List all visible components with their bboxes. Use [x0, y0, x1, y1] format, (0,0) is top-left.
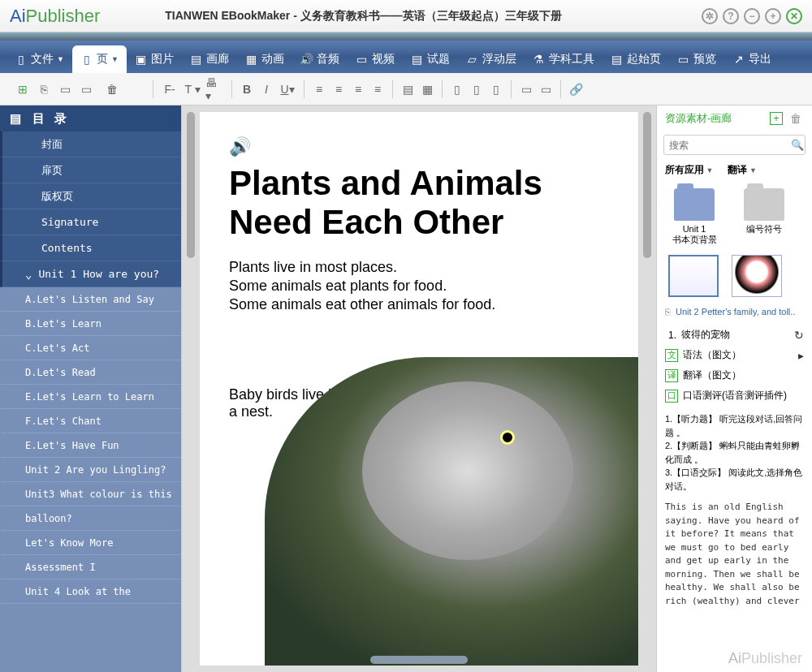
- close-icon[interactable]: ✕: [786, 8, 802, 24]
- filter-app[interactable]: 所有应用: [665, 163, 713, 177]
- col2-icon[interactable]: ▯: [469, 81, 485, 97]
- list-icon[interactable]: ▤: [400, 81, 416, 97]
- paste-icon[interactable]: ▭: [57, 81, 73, 97]
- copy-icon[interactable]: ⎘: [665, 307, 671, 317]
- align-right-icon[interactable]: ≡: [350, 81, 366, 97]
- canvas: 🔊 Plants and AnimalsNeed Each Other Plan…: [182, 106, 656, 672]
- ribbon-tab-page[interactable]: ▯页▼: [72, 45, 127, 73]
- vscroll-left[interactable]: [185, 109, 197, 669]
- toc-item[interactable]: B.Let's Learn: [0, 312, 181, 336]
- align-left-icon[interactable]: ≡: [311, 81, 327, 97]
- ribbon-tab-video[interactable]: ▭视频: [348, 45, 403, 73]
- grid-icon[interactable]: ▦: [419, 81, 435, 97]
- preview-icon: ▭: [677, 53, 690, 66]
- resource-row[interactable]: 口口语测评(语音测评插件): [665, 386, 804, 406]
- copy-icon[interactable]: ⎘: [36, 81, 52, 97]
- thumb-1[interactable]: [668, 255, 719, 297]
- print-icon[interactable]: 🖶 ▾: [205, 81, 225, 97]
- home-icon: ▤: [611, 53, 624, 66]
- toc-item[interactable]: 版权页: [0, 183, 181, 209]
- filter-translate[interactable]: 翻译: [728, 163, 756, 177]
- toc-item[interactable]: Contents: [0, 235, 181, 261]
- toc-item[interactable]: F.Let's Chant: [0, 409, 181, 433]
- search-input[interactable]: [669, 140, 791, 151]
- toc-item[interactable]: balloon?: [0, 506, 181, 531]
- english-text: This is an old English saying. Have you …: [657, 498, 812, 611]
- font-dec-icon[interactable]: F-: [160, 81, 179, 97]
- page-icon: ▯: [80, 53, 93, 66]
- quiz-icon: ▤: [411, 53, 424, 66]
- help-icon[interactable]: ?: [723, 8, 739, 24]
- page-text: Some animals eat plants for food.: [229, 278, 609, 295]
- ribbon-tab-export[interactable]: ↗导出: [724, 45, 780, 73]
- export-icon: ↗: [732, 53, 745, 66]
- underline-icon[interactable]: U ▾: [278, 81, 297, 97]
- minimize-icon[interactable]: −: [744, 8, 760, 24]
- question-text: 1.【听力题】 听完这段对话,回答问题 。 2.【判断题】 蝌蚪只能由青蛙卵孵化…: [657, 407, 812, 498]
- ribbon-tab-preview[interactable]: ▭预览: [669, 45, 724, 73]
- ribbon-tab-float[interactable]: ▱浮动层: [458, 45, 525, 73]
- trash-icon[interactable]: 🗑: [104, 81, 120, 97]
- ribbon-tab-quiz[interactable]: ▤试题: [403, 45, 458, 73]
- italic-icon[interactable]: I: [258, 81, 274, 97]
- hscroll[interactable]: [370, 656, 468, 664]
- link-icon[interactable]: 🔗: [568, 81, 584, 97]
- audio-icon[interactable]: 🔊: [229, 136, 609, 157]
- toc-tree[interactable]: 封面扉页版权页SignatureContentsUnit 1 How are y…: [0, 131, 181, 672]
- ribbon-tab-file[interactable]: ▯文件▼: [6, 45, 72, 73]
- toc-item[interactable]: Assessment I: [0, 555, 181, 579]
- add-resource-icon[interactable]: +: [770, 112, 783, 125]
- ribbon-tab-gallery[interactable]: ▤画廊: [182, 45, 237, 73]
- toc-item[interactable]: Unit 1 How are you?: [0, 261, 181, 287]
- align-justify-icon[interactable]: ≡: [369, 81, 386, 97]
- layout-icon[interactable]: ▭: [518, 81, 534, 97]
- toc-item[interactable]: A.Let's Listen and Say: [0, 287, 181, 312]
- anim-icon: ▦: [245, 53, 258, 66]
- ribbon-tab-image[interactable]: ▣图片: [127, 45, 182, 73]
- align-center-icon[interactable]: ≡: [330, 81, 347, 97]
- toc-item[interactable]: Unit3 What colour is this: [0, 482, 181, 506]
- page-text: Some animals eat other animals for food.: [229, 296, 609, 313]
- toc-item[interactable]: Signature: [0, 209, 181, 235]
- toc-item[interactable]: Let's Know More: [0, 531, 181, 555]
- toc-item[interactable]: E.Let's Have Fun: [0, 433, 181, 458]
- gallery-icon: ▤: [190, 53, 203, 66]
- font-type-icon[interactable]: T ▾: [183, 81, 202, 97]
- format-toolbar: ⊞ ⎘ ▭ ▭ 🗑 F- T ▾ 🖶 ▾ B I U ▾ ≡ ≡ ≡ ≡ ▤ ▦…: [0, 73, 812, 106]
- ribbon-tab-anim[interactable]: ▦动画: [237, 45, 292, 73]
- resource-row[interactable]: 译翻译（图文）: [665, 365, 804, 386]
- folder-icon: [674, 188, 715, 221]
- resource-row[interactable]: 1.彼得的宠物↻: [665, 325, 804, 345]
- toc-item[interactable]: Unit 2 Are you Lingling?: [0, 458, 181, 482]
- toc-item[interactable]: C.Let's Act: [0, 336, 181, 360]
- folder-unit1[interactable]: Unit 1书本页背景: [668, 188, 720, 245]
- settings-icon[interactable]: ✲: [702, 8, 718, 24]
- ribbon-tab-tool[interactable]: ⚗学科工具: [525, 45, 603, 73]
- search-icon[interactable]: 🔍: [791, 139, 804, 151]
- maximize-icon[interactable]: +: [765, 8, 781, 24]
- resource-row[interactable]: 文语法（图文）▸: [665, 345, 804, 365]
- toc-item[interactable]: 扉页: [0, 157, 181, 183]
- resource-panel: 资源素材-画廊 + 🗑 🔍 所有应用 翻译 Unit 1书本页背景 编号符号: [656, 106, 812, 672]
- toc-item[interactable]: 封面: [0, 131, 181, 157]
- vscroll-right[interactable]: [641, 109, 653, 669]
- ribbon-tab-home[interactable]: ▤起始页: [603, 45, 669, 73]
- toc-item[interactable]: D.Let's Read: [0, 360, 181, 385]
- clip-icon[interactable]: ▭: [78, 81, 94, 97]
- col1-icon[interactable]: ▯: [449, 81, 465, 97]
- add-icon[interactable]: ⊞: [15, 81, 31, 97]
- thumb-2[interactable]: [732, 255, 782, 297]
- delete-resource-icon[interactable]: 🗑: [788, 110, 804, 127]
- page-preview[interactable]: 🔊 Plants and AnimalsNeed Each Other Plan…: [200, 112, 638, 666]
- audio-icon: 🔊: [300, 53, 313, 66]
- resource-link[interactable]: Unit 2 Petter's family, and toll..: [676, 307, 795, 317]
- search-box[interactable]: 🔍: [663, 135, 806, 155]
- folder-symbols[interactable]: 编号符号: [738, 188, 790, 245]
- col3-icon[interactable]: ▯: [488, 81, 504, 97]
- ribbon-tab-audio[interactable]: 🔊音频: [292, 45, 348, 73]
- layout2-icon[interactable]: ▭: [538, 81, 554, 97]
- titlebar: AiPublisher TIANWEN EBookMaker - 义务教育教科书…: [0, 0, 812, 32]
- toc-item[interactable]: Unit 4 Look at the: [0, 579, 181, 604]
- bold-icon[interactable]: B: [239, 81, 255, 97]
- toc-item[interactable]: E.Let's Learn to Learn: [0, 385, 181, 409]
